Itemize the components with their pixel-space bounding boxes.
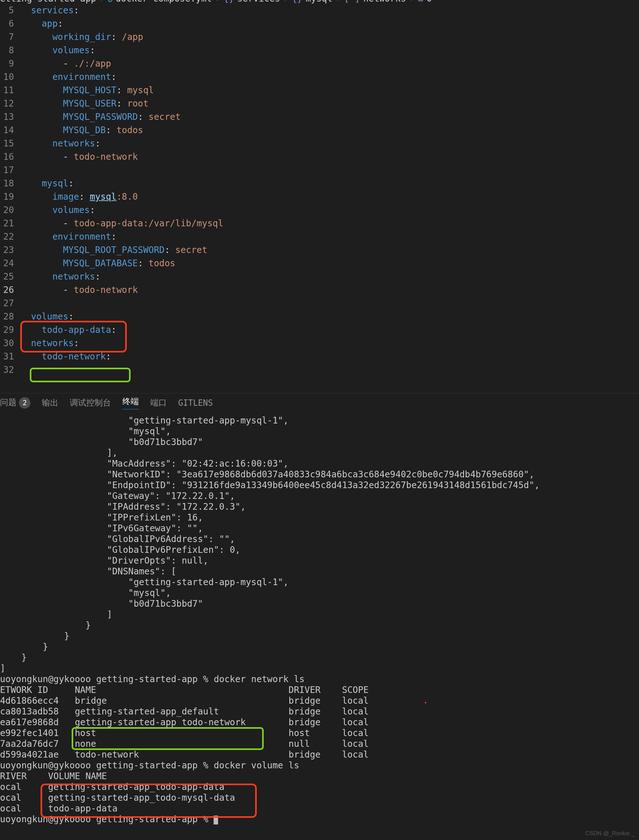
watermark: CSDN @_Rookie._ <box>585 830 634 837</box>
code-line[interactable]: environment: <box>20 70 639 84</box>
line-number: 18 <box>0 177 14 190</box>
line-number: 29 <box>0 323 14 337</box>
terminal-line: "getting-started-app-mysql-1", <box>0 577 639 588</box>
terminal-line: ] <box>0 663 639 674</box>
terminal-line: ocal getting-started-app_todo-app-data <box>0 782 639 792</box>
code-line[interactable] <box>20 164 639 177</box>
code-line[interactable] <box>20 297 639 310</box>
terminal-line: } <box>0 652 639 663</box>
code-line[interactable]: - ./:/app <box>20 57 639 70</box>
panel-tabstrip: 问题2输出调试控制台终端端口GITLENS <box>0 393 639 412</box>
line-number-gutter: 5678910111213141516171819202122232425262… <box>0 4 18 393</box>
terminal-line: 4d61866ecc4 bridge bridge local <box>0 695 639 706</box>
panel-tab-端口[interactable]: 端口 <box>150 397 167 408</box>
terminal-line: ocal getting-started-app_todo-mysql-data <box>0 792 639 803</box>
braces-icon: {} <box>224 0 234 4</box>
line-number: 11 <box>0 84 14 97</box>
line-number: 14 <box>0 124 14 137</box>
terminal-line: 7aa2da76dc7 none null local <box>0 738 639 749</box>
line-number: 30 <box>0 337 14 350</box>
code-line[interactable]: MYSQL_PASSWORD: secret <box>20 110 639 124</box>
code-editor[interactable]: 5678910111213141516171819202122232425262… <box>0 4 639 393</box>
bc-file[interactable]: docker-compose.yml <box>116 0 212 4</box>
line-number: 12 <box>0 97 14 110</box>
terminal-prompt[interactable]: uoyongkun@gykoooo getting-started-app % <box>0 814 639 825</box>
line-number: 26 <box>0 283 14 297</box>
braces-icon: {} <box>292 0 302 4</box>
code-line[interactable]: app: <box>20 17 639 30</box>
terminal-line: "DriverOpts": null, <box>0 555 639 566</box>
terminal-line: "EndpointID": "931216fde9a13349b6400ee45… <box>0 480 639 491</box>
code-line[interactable]: - todo-network <box>20 283 639 297</box>
terminal-line: "IPAddress": "172.22.0.3", <box>0 501 639 512</box>
line-number: 7 <box>0 30 14 44</box>
code-line[interactable]: working_dir: /app <box>20 30 639 44</box>
line-number: 6 <box>0 17 14 30</box>
code-line[interactable]: MYSQL_USER: root <box>20 97 639 110</box>
code-line[interactable]: volumes: <box>20 44 639 57</box>
code-line[interactable]: MYSQL_HOST: mysql <box>20 84 639 97</box>
code-line[interactable]: volumes: <box>20 204 639 217</box>
code-content[interactable]: services: app: working_dir: /app volumes… <box>18 4 639 393</box>
line-number: 10 <box>0 70 14 84</box>
terminal-line: } <box>0 631 639 641</box>
code-line[interactable]: todo-network: <box>20 350 639 363</box>
terminal-line: "DNSNames": [ <box>0 566 639 577</box>
line-number: 15 <box>0 137 14 150</box>
code-line[interactable]: mysql: <box>20 177 639 190</box>
code-line[interactable]: MYSQL_ROOT_PASSWORD: secret <box>20 243 639 257</box>
code-line[interactable]: services: <box>20 4 639 17</box>
line-number: 24 <box>0 257 14 270</box>
chevron-right-icon: › <box>283 0 289 4</box>
terminal-line: "MacAddress": "02:42:ac:16:00:03", <box>0 458 639 469</box>
code-line[interactable]: - todo-app-data:/var/lib/mysql <box>20 217 639 230</box>
line-number: 22 <box>0 230 14 243</box>
terminal-line: "GlobalIPv6Address": "", <box>0 534 639 544</box>
code-line[interactable]: volumes: <box>20 310 639 323</box>
bc-node-services[interactable]: services <box>237 0 280 4</box>
bc-node-mysql[interactable]: mysql <box>305 0 332 4</box>
panel-tab-输出[interactable]: 输出 <box>42 397 58 408</box>
cursor-icon <box>214 816 218 824</box>
line-number: 19 <box>0 190 14 204</box>
panel-tab-终端[interactable]: 终端 <box>122 396 139 410</box>
terminal-line: ca8013adb58 getting-started-app_default … <box>0 706 639 717</box>
code-line[interactable] <box>20 363 639 377</box>
panel-tab-gitlens[interactable]: GITLENS <box>178 398 213 408</box>
chevron-right-icon: › <box>409 0 415 4</box>
terminal-line: "mysql", <box>0 588 639 598</box>
terminal-output[interactable]: "getting-started-app-mysql-1", "mysql", … <box>0 412 639 840</box>
line-number: 5 <box>0 4 14 17</box>
code-line[interactable]: todo-app-data: <box>20 323 639 337</box>
panel-tab-问题[interactable]: 问题2 <box>0 397 30 409</box>
line-number: 9 <box>0 57 14 70</box>
terminal-line: d599a4021ae todo-network bridge local <box>0 749 639 760</box>
chevron-right-icon: › <box>335 0 341 4</box>
terminal-line: } <box>0 641 639 652</box>
code-line[interactable]: networks: <box>20 270 639 283</box>
line-number: 16 <box>0 150 14 164</box>
code-line[interactable]: image: mysql:8.0 <box>20 190 639 204</box>
code-line[interactable]: MYSQL_DATABASE: todos <box>20 257 639 270</box>
bc-node-0[interactable]: 0 <box>427 0 432 4</box>
line-number: 21 <box>0 217 14 230</box>
code-line[interactable]: networks: <box>20 137 639 150</box>
terminal-line: uoyongkun@gykoooo getting-started-app % … <box>0 760 639 771</box>
terminal-line: "IPv6Gateway": "", <box>0 523 639 534</box>
code-line[interactable]: networks: <box>20 337 639 350</box>
terminal-line: ea617e9868d getting-started-app_todo-net… <box>0 717 639 728</box>
bc-node-networks[interactable]: networks <box>363 0 406 4</box>
bc-project[interactable]: etting-started-app <box>0 0 96 4</box>
code-line[interactable]: MYSQL_DB: todos <box>20 124 639 137</box>
breadcrumb: etting-started-app › ⚙ docker-compose.ym… <box>0 0 639 4</box>
terminal-line: "Gateway": "172.22.0.1", <box>0 491 639 501</box>
terminal-line: "getting-started-app-mysql-1", <box>0 415 639 426</box>
line-number: 27 <box>0 297 14 310</box>
abc-icon: ⧈ <box>418 0 423 4</box>
code-line[interactable]: environment: <box>20 230 639 243</box>
terminal-line: ] <box>0 609 639 620</box>
panel-tab-调试控制台[interactable]: 调试控制台 <box>70 397 111 408</box>
line-number: 31 <box>0 350 14 363</box>
code-line[interactable]: - todo-network <box>20 150 639 164</box>
terminal-line: "GlobalIPv6PrefixLen": 0, <box>0 544 639 555</box>
